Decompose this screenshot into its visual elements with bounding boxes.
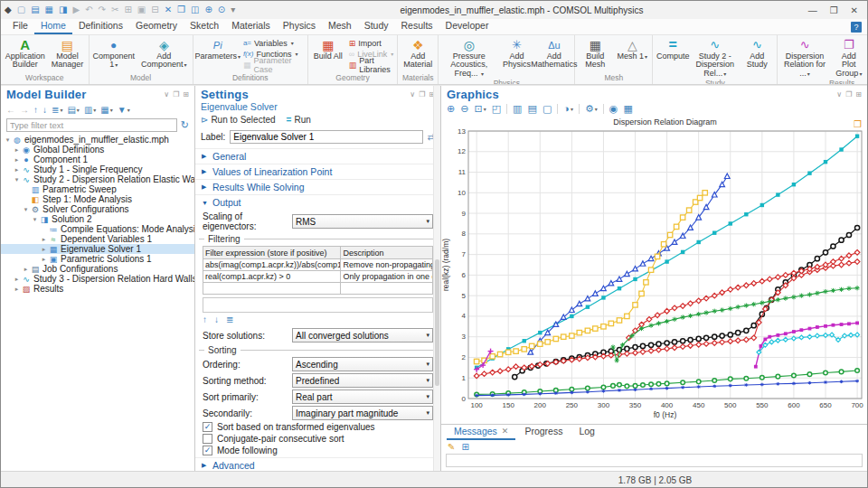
save-icon[interactable]: ▦	[45, 5, 53, 14]
refresh-icon[interactable]: ↻	[181, 119, 189, 131]
scrollbar-thumb[interactable]	[435, 259, 439, 387]
float-icon[interactable]: ❐	[173, 90, 179, 99]
zoom-in-icon[interactable]: ⊕	[447, 103, 455, 115]
view-icon[interactable]: ▥	[513, 103, 522, 115]
expander-closed-icon[interactable]: ▸	[40, 236, 48, 243]
expander-closed-icon[interactable]: ▸	[13, 166, 21, 174]
ribbon-button-add-physics[interactable]: ✳Add Physics	[498, 36, 534, 70]
menu-tab-results[interactable]: Results	[395, 19, 439, 34]
filter-col-description[interactable]: Description	[341, 247, 433, 259]
close-icon[interactable]: ✕	[851, 5, 858, 15]
sortprimarily-select[interactable]: Real part▾	[292, 389, 433, 404]
tree-item-study[interactable]: ▾∿Study 2 - Dispersion Relation Elastic …	[1, 174, 194, 184]
ribbon-button-add-plot-group[interactable]: ❐Add Plot Group▾	[831, 36, 867, 79]
grid-icon[interactable]: ⊞	[183, 90, 189, 99]
tree-item-study-step[interactable]: ◧Step 1: Mode Analysis	[1, 194, 194, 204]
chevron-down-icon[interactable]: ∨	[164, 90, 169, 99]
label-input[interactable]	[230, 130, 422, 144]
ribbon-button-application-builder[interactable]: AApplication Builder	[3, 36, 47, 70]
filter-table-cell[interactable]	[341, 283, 433, 295]
run-to-selected-button[interactable]: ⊳Run to Selected	[201, 115, 276, 125]
tree-item-solver-configurations[interactable]: ▾⚙Solver Configurations	[1, 204, 194, 214]
zoom-box-icon[interactable]: ⊡▾	[474, 103, 486, 115]
print-icon[interactable]: ▦	[623, 103, 632, 115]
chevron-down-icon[interactable]: ∨	[836, 90, 842, 99]
duplicate-icon[interactable]: ⊟	[151, 5, 158, 14]
filter-table-row[interactable]: abs(imag(comp1.acpr.kz))/abs(comp1.acpr.…	[203, 259, 433, 271]
section-general[interactable]: ▶General	[195, 148, 440, 164]
ribbon-button-build-all[interactable]: ▦Build All	[310, 36, 346, 61]
maximize-icon[interactable]: ❐	[830, 5, 838, 15]
tree-item-study[interactable]: ▸∿Study 3 - Dispersion Relation Hard Wal…	[1, 274, 194, 284]
move-down-icon[interactable]: ↓	[214, 314, 219, 324]
filter-icon[interactable]: ▼▾	[118, 105, 130, 115]
ribbon-button-parameter-case[interactable]: ▦Parameter Case	[241, 60, 306, 70]
copy-text-icon[interactable]: ⊞	[461, 442, 468, 452]
expander-closed-icon[interactable]: ▸	[13, 276, 21, 283]
paste-icon[interactable]: ▣	[137, 5, 146, 14]
tab-messages[interactable]: Messages✕	[447, 425, 515, 440]
delete-icon[interactable]: ✕	[165, 5, 172, 14]
expander-open-icon[interactable]: ▾	[4, 136, 12, 144]
clear-icon[interactable]: ✎	[448, 442, 455, 452]
tree-item-eigenvalue-solver[interactable]: ▸▦Eigenvalue Solver 1	[1, 244, 194, 254]
move-down-icon[interactable]: ↓	[42, 105, 47, 115]
checkbox-checked[interactable]: ✓	[203, 446, 212, 455]
scaling-select[interactable]: RMS▾	[292, 214, 433, 229]
chevron-down-icon[interactable]: ∨	[410, 90, 415, 99]
sortingmethod-select[interactable]: Predefined▾	[292, 373, 433, 388]
ribbon-button-model-manager[interactable]: ▤Model Manager	[48, 36, 86, 70]
ribbon-button-parameters[interactable]: PiParameters▾	[195, 36, 241, 61]
expander-closed-icon[interactable]: ▸	[40, 256, 48, 263]
scene-icon[interactable]: ▢	[542, 103, 552, 115]
filter-input[interactable]	[6, 118, 177, 132]
light-icon[interactable]: ◑▾	[563, 103, 573, 114]
plot-window-icon[interactable]: ❐	[854, 119, 862, 129]
section-advanced[interactable]: ▶Advanced	[195, 457, 440, 471]
redo-icon[interactable]: ↷	[99, 5, 106, 14]
ribbon-button-build-mesh[interactable]: ▦Build Mesh	[577, 36, 613, 70]
undo-icon[interactable]: ↶	[85, 5, 92, 14]
float-icon[interactable]: ❐	[419, 90, 425, 99]
model-tree-icon[interactable]: ▥▾	[84, 105, 96, 115]
expander-open-icon[interactable]: ▾	[31, 216, 39, 223]
ribbon-button-add-mathematics[interactable]: ΔuAdd Mathematics	[535, 36, 572, 70]
section-linearization-point[interactable]: ▶Values of Linearization Point	[195, 164, 440, 179]
more-icon[interactable]: ▾	[231, 5, 235, 14]
copy-icon[interactable]: ⊞	[124, 5, 131, 14]
tab-log[interactable]: Log	[571, 425, 602, 440]
menu-tab-study[interactable]: Study	[358, 19, 395, 34]
plot-settings-icon[interactable]: ⚙▾	[585, 103, 598, 115]
zoom-in-icon[interactable]: ⊕	[204, 5, 212, 14]
menu-tab-geometry[interactable]: Geometry	[129, 19, 184, 34]
move-up-icon[interactable]: ↑	[33, 105, 38, 115]
ribbon-button-study-2[interactable]: ∿Study 2 - Dispersion Rel...▾	[692, 36, 738, 79]
columns-icon[interactable]: ▦▾	[100, 105, 112, 115]
tree-item-results[interactable]: ▸▨Results	[1, 284, 194, 294]
filter-table-cell[interactable]: Only propagation in one direction	[341, 271, 433, 283]
menu-tab-home[interactable]: Home	[34, 19, 72, 34]
cut-icon[interactable]: ✂	[111, 5, 118, 14]
ordering-select[interactable]: Ascending▾	[292, 357, 433, 371]
store-solutions-select[interactable]: All converged solutions▾	[292, 328, 433, 343]
menu-tab-physics[interactable]: Physics	[277, 19, 322, 34]
comsol-logo-icon[interactable]: ◆	[5, 5, 12, 14]
filter-table-cell[interactable]	[203, 283, 341, 295]
new-file-icon[interactable]: ▢	[17, 5, 25, 14]
menu-tab-developer[interactable]: Developer	[439, 19, 495, 34]
axis-grid-icon[interactable]: ▤	[527, 103, 536, 115]
dispersion-relation-chart[interactable]: Dispersion Relation Diagram1001502002503…	[441, 117, 867, 424]
expander-closed-icon[interactable]: ▸	[40, 246, 48, 253]
ribbon-button-mesh-1[interactable]: △Mesh 1▾	[614, 36, 650, 61]
zoom-doc-icon[interactable]: ⊙	[218, 5, 225, 14]
settings-scrollbar[interactable]	[433, 86, 440, 471]
tab-progress[interactable]: Progress	[517, 425, 570, 440]
play-icon[interactable]: ▶	[73, 5, 80, 14]
expander-open-icon[interactable]: ▾	[13, 176, 21, 183]
expand-icon[interactable]: ▤▾	[67, 105, 79, 115]
menu-tab-mesh[interactable]: Mesh	[322, 19, 358, 34]
ribbon-button-compute[interactable]: =Compute	[655, 36, 691, 61]
float-icon[interactable]: ❐	[845, 90, 852, 99]
forward-icon[interactable]: →	[20, 105, 29, 115]
ribbon-button-component[interactable]: ●Component 1▾	[91, 36, 137, 70]
